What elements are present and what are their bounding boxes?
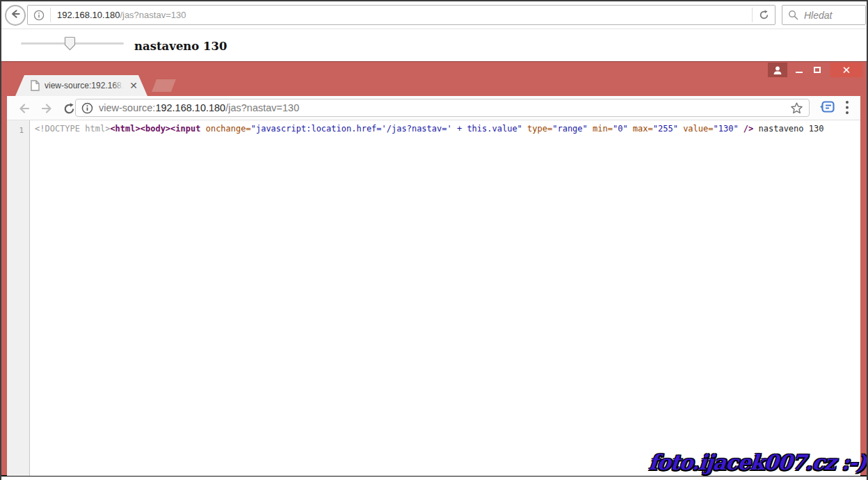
chrome-omnibox[interactable]: view-source:192.168.10.180/jas?nastav=13… bbox=[75, 99, 810, 117]
tab-title: view-source:192.168.10.1 bbox=[45, 81, 124, 90]
person-icon bbox=[773, 65, 782, 75]
search-icon bbox=[788, 10, 798, 20]
bookmark-star-icon[interactable] bbox=[790, 102, 803, 115]
chrome-titlebar[interactable]: view-source:192.168.10.1 ✕ ✕ bbox=[1, 62, 867, 96]
firefox-address-bar[interactable]: 192.168.10.180/jas?nastav=130 bbox=[27, 5, 775, 25]
brightness-slider-thumb[interactable] bbox=[64, 36, 76, 54]
minimize-icon bbox=[796, 72, 803, 73]
chrome-toolbar: view-source:192.168.10.180/jas?nastav=13… bbox=[7, 96, 860, 120]
omnibox-url-text: view-source:192.168.10.180/jas?nastav=13… bbox=[99, 102, 299, 113]
chrome-window: view-source:192.168.10.1 ✕ ✕ bbox=[1, 61, 867, 477]
page-document-icon bbox=[31, 80, 40, 91]
search-placeholder: Hledat bbox=[804, 10, 832, 21]
firefox-url-text: 192.168.10.180/jas?nastav=130 bbox=[57, 10, 186, 20]
url-scheme: view-source: bbox=[99, 102, 155, 113]
screenshot-root: 192.168.10.180/jas?nastav=130 Hledat nas… bbox=[0, 0, 868, 480]
line-number-gutter: 1 bbox=[7, 120, 30, 476]
source-code-line[interactable]: <!DOCTYPE html><html><body><input onchan… bbox=[30, 120, 860, 476]
minimize-button[interactable] bbox=[790, 63, 807, 77]
firefox-reload-button[interactable] bbox=[753, 6, 775, 24]
firefox-search-box[interactable]: Hledat bbox=[782, 5, 866, 25]
chrome-back-button[interactable] bbox=[17, 101, 32, 116]
info-icon[interactable] bbox=[81, 102, 93, 114]
view-source-content: 1 <!DOCTYPE html><html><body><input onch… bbox=[7, 120, 860, 476]
close-icon: ✕ bbox=[842, 64, 851, 77]
url-host: 192.168.10.180 bbox=[155, 102, 225, 113]
slider-status-text: nastaveno 130 bbox=[134, 40, 227, 53]
watermark-text: foto.ijacek007.cz :-) bbox=[648, 450, 867, 474]
info-icon[interactable] bbox=[33, 10, 45, 21]
profile-button[interactable] bbox=[768, 63, 787, 77]
url-host: 192.168.10.180 bbox=[57, 10, 120, 20]
firefox-back-button[interactable] bbox=[5, 5, 26, 26]
new-tab-button[interactable] bbox=[152, 79, 176, 92]
window-close-button[interactable]: ✕ bbox=[830, 63, 862, 77]
tab-view-source[interactable]: view-source:192.168.10.1 ✕ bbox=[15, 75, 147, 96]
url-path: /jas?nastav=130 bbox=[120, 10, 186, 20]
url-path: /jas?nastav=130 bbox=[225, 102, 299, 113]
toolbar-divider bbox=[1, 29, 867, 29]
extension-icon[interactable] bbox=[819, 100, 835, 117]
maximize-button[interactable] bbox=[808, 63, 826, 77]
line-number: 1 bbox=[19, 126, 24, 135]
chrome-forward-button[interactable] bbox=[39, 101, 54, 116]
menu-dots-icon[interactable] bbox=[845, 100, 849, 118]
tab-close-icon[interactable]: ✕ bbox=[129, 81, 138, 90]
back-arrow-icon bbox=[10, 8, 21, 22]
firefox-browser-section: 192.168.10.180/jas?nastav=130 Hledat nas… bbox=[1, 1, 867, 61]
chrome-reload-button[interactable] bbox=[61, 101, 77, 116]
maximize-icon bbox=[814, 67, 821, 73]
address-bar-divider bbox=[50, 8, 51, 22]
